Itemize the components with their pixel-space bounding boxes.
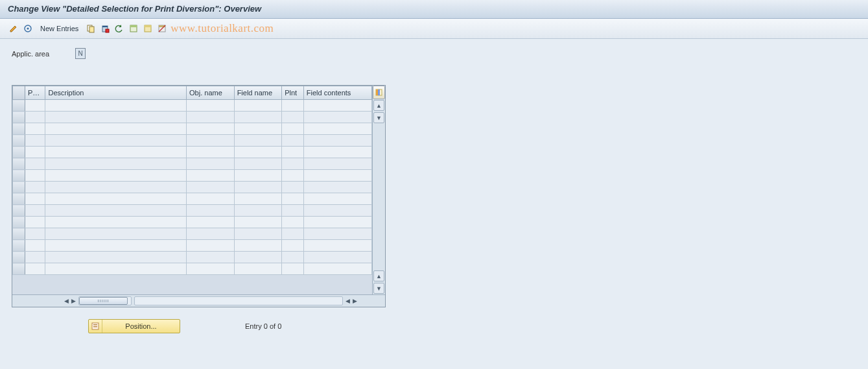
hscroll-thumb[interactable] — [79, 297, 128, 305]
table-cell[interactable] — [25, 170, 45, 182]
hscroll-left-icon[interactable]: ▶ — [70, 296, 77, 305]
table-cell[interactable] — [234, 228, 282, 240]
table-cell[interactable] — [234, 240, 282, 252]
table-cell[interactable] — [187, 135, 235, 147]
row-selector[interactable] — [13, 147, 25, 158]
table-cell[interactable] — [45, 205, 187, 217]
table-cell[interactable] — [187, 193, 235, 205]
table-cell[interactable] — [234, 158, 282, 170]
header-selector[interactable] — [13, 86, 25, 100]
table-cell[interactable] — [282, 112, 304, 123]
table-cell[interactable] — [25, 123, 45, 135]
table-cell[interactable] — [282, 193, 304, 205]
table-cell[interactable] — [187, 182, 235, 193]
table-cell[interactable] — [234, 205, 282, 217]
table-cell[interactable] — [282, 123, 304, 135]
table-cell[interactable] — [303, 228, 371, 240]
undo-icon[interactable] — [113, 23, 125, 34]
hscroll-track[interactable] — [134, 296, 343, 305]
table-cell[interactable] — [187, 217, 235, 228]
select-block-icon[interactable] — [142, 23, 154, 34]
table-cell[interactable] — [234, 263, 282, 275]
applic-area-field[interactable]: N — [75, 48, 86, 59]
table-cell[interactable] — [187, 123, 235, 135]
table-cell[interactable] — [303, 112, 371, 123]
table-cell[interactable] — [45, 123, 187, 135]
table-cell[interactable] — [303, 158, 371, 170]
delete-icon[interactable] — [99, 23, 111, 34]
col-header-field-contents[interactable]: Field contents — [303, 86, 371, 100]
table-cell[interactable] — [45, 182, 187, 193]
table-cell[interactable] — [282, 252, 304, 263]
table-cell[interactable] — [234, 123, 282, 135]
table-cell[interactable] — [187, 147, 235, 158]
row-selector[interactable] — [13, 100, 25, 112]
table-cell[interactable] — [25, 217, 45, 228]
col-header-plnt[interactable]: Plnt — [282, 86, 304, 100]
table-cell[interactable] — [45, 135, 187, 147]
row-selector[interactable] — [13, 193, 25, 205]
table-cell[interactable] — [187, 240, 235, 252]
col-header-obj-name[interactable]: Obj. name — [187, 86, 235, 100]
table-cell[interactable] — [234, 217, 282, 228]
table-cell[interactable] — [25, 240, 45, 252]
scroll-line-up-icon[interactable]: ▼ — [373, 112, 384, 123]
table-cell[interactable] — [187, 205, 235, 217]
table-cell[interactable] — [303, 252, 371, 263]
table-cell[interactable] — [25, 252, 45, 263]
table-cell[interactable] — [187, 170, 235, 182]
table-cell[interactable] — [282, 240, 304, 252]
table-cell[interactable] — [25, 158, 45, 170]
other-view-icon[interactable] — [22, 23, 34, 34]
table-cell[interactable] — [25, 182, 45, 193]
table-cell[interactable] — [303, 147, 371, 158]
table-cell[interactable] — [282, 135, 304, 147]
row-selector[interactable] — [13, 252, 25, 263]
table-cell[interactable] — [45, 100, 187, 112]
table-cell[interactable] — [234, 193, 282, 205]
table-cell[interactable] — [303, 205, 371, 217]
table-cell[interactable] — [25, 112, 45, 123]
table-cell[interactable] — [25, 228, 45, 240]
table-cell[interactable] — [45, 228, 187, 240]
table-cell[interactable] — [187, 252, 235, 263]
table-cell[interactable] — [234, 182, 282, 193]
position-button[interactable]: Position... — [88, 319, 180, 333]
table-cell[interactable] — [234, 170, 282, 182]
hscroll-col-left-icon[interactable]: ◀ — [63, 296, 70, 305]
table-cell[interactable] — [25, 263, 45, 275]
hscroll-right-icon[interactable]: ◀ — [344, 296, 351, 305]
row-selector[interactable] — [13, 112, 25, 123]
row-selector[interactable] — [13, 182, 25, 193]
table-cell[interactable] — [187, 112, 235, 123]
table-cell[interactable] — [303, 170, 371, 182]
table-cell[interactable] — [234, 135, 282, 147]
table-cell[interactable] — [187, 158, 235, 170]
row-selector[interactable] — [13, 205, 25, 217]
table-cell[interactable] — [234, 100, 282, 112]
table-cell[interactable] — [25, 147, 45, 158]
row-selector[interactable] — [13, 217, 25, 228]
select-all-icon[interactable] — [128, 23, 139, 34]
toggle-change-icon[interactable] — [8, 23, 19, 34]
col-header-pap[interactable]: Pap. — [25, 86, 45, 100]
deselect-all-icon[interactable] — [156, 23, 168, 34]
table-cell[interactable] — [25, 100, 45, 112]
table-cell[interactable] — [45, 240, 187, 252]
table-cell[interactable] — [45, 170, 187, 182]
scroll-line-down-icon[interactable]: ▲ — [373, 270, 384, 281]
table-cell[interactable] — [25, 205, 45, 217]
scroll-down-icon[interactable]: ▼ — [373, 283, 384, 294]
table-cell[interactable] — [234, 252, 282, 263]
table-cell[interactable] — [303, 193, 371, 205]
row-selector[interactable] — [13, 135, 25, 147]
table-cell[interactable] — [303, 240, 371, 252]
table-cell[interactable] — [303, 123, 371, 135]
table-cell[interactable] — [45, 193, 187, 205]
hscroll-col-right-icon[interactable]: ▶ — [351, 296, 358, 305]
table-cell[interactable] — [282, 228, 304, 240]
table-cell[interactable] — [282, 147, 304, 158]
table-cell[interactable] — [282, 170, 304, 182]
table-cell[interactable] — [234, 112, 282, 123]
table-cell[interactable] — [303, 217, 371, 228]
